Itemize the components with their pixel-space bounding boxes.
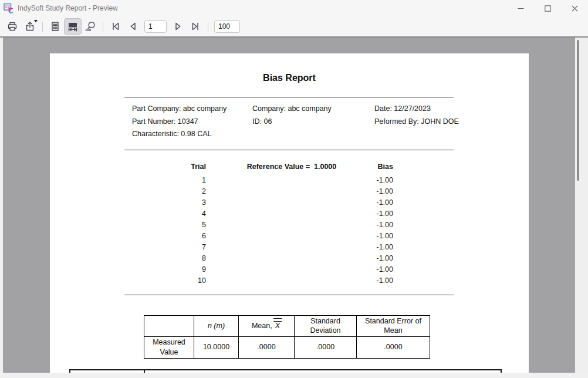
statistics-data-row: Measured Value 10.0000 .0000 .0000 .0000 xyxy=(144,336,430,358)
window-title: IndySoft Study Report - Preview xyxy=(18,4,118,12)
zoom-level-input[interactable] xyxy=(214,20,240,33)
trial-row: 10-1.00 xyxy=(50,275,529,286)
toolbar-separator xyxy=(42,22,43,32)
next-table-partial xyxy=(69,369,502,373)
statistics-table: n (m) Mean,X Standard Deviation Standard… xyxy=(144,315,430,359)
date-field: Date: 12/27/2023 xyxy=(374,103,459,116)
trial-column-header: Trial xyxy=(50,163,206,171)
trial-number: 1 xyxy=(50,175,206,186)
id-field: ID: 06 xyxy=(252,116,332,129)
bias-value: -1.00 xyxy=(296,264,393,275)
divider xyxy=(124,150,454,150)
trial-row: 6-1.00 xyxy=(50,231,529,242)
mean-header-cell: Mean,X xyxy=(239,316,295,337)
trial-row: 1-1.00 xyxy=(50,175,529,186)
empty-header-cell xyxy=(144,316,194,337)
measured-value-label-cell: Measured Value xyxy=(144,336,194,358)
bias-value: -1.00 xyxy=(296,197,393,208)
first-page-button[interactable] xyxy=(107,18,124,35)
toolbar: 100 xyxy=(0,16,588,36)
scrollbar-thumb[interactable] xyxy=(577,40,579,181)
previous-page-icon xyxy=(127,21,139,32)
document-viewport[interactable]: Bias Report Part Company: abc company Pa… xyxy=(3,38,575,373)
page-number-input[interactable] xyxy=(144,20,167,33)
preview-area: Bias Report Part Company: abc company Pa… xyxy=(0,36,588,378)
trial-row: 9-1.00 xyxy=(50,264,529,275)
first-page-icon xyxy=(110,21,121,32)
maximize-icon xyxy=(545,5,551,12)
trial-row: 4-1.00 xyxy=(50,208,529,220)
company-field: Company: abc company xyxy=(252,103,332,116)
page-width-button[interactable] xyxy=(64,18,82,35)
mean-label: Mean, xyxy=(252,322,272,330)
toolbar-separator xyxy=(208,22,208,32)
page-width-icon xyxy=(67,21,79,32)
divider xyxy=(124,295,454,295)
report-title: Bias Report xyxy=(50,73,529,83)
x-double-bar-symbol: X xyxy=(274,321,281,330)
bias-column-header: Bias xyxy=(296,163,393,171)
last-page-button[interactable] xyxy=(187,18,204,35)
whole-page-icon xyxy=(49,21,61,32)
print-icon xyxy=(6,21,18,32)
divider xyxy=(124,97,454,97)
trial-row: 7-1.00 xyxy=(50,242,529,253)
trial-rows: 1-1.00 2-1.00 3-1.00 4-1.00 5-1.00 6-1.0… xyxy=(50,175,529,286)
export-button[interactable] xyxy=(21,18,39,35)
bias-value: -1.00 xyxy=(296,175,393,186)
trial-number: 3 xyxy=(50,197,206,208)
statistics-header-row: n (m) Mean,X Standard Deviation Standard… xyxy=(144,316,430,337)
zoom-100-icon-label: 100 xyxy=(85,28,92,32)
trial-row: 5-1.00 xyxy=(50,220,529,231)
zoom-100-icon: 100 xyxy=(85,21,96,32)
trial-table-header: Trial Reference Value = 1.0000 Bias xyxy=(50,163,529,173)
report-info-column-1: Part Company: abc company Part Number: 1… xyxy=(132,103,227,141)
performed-by-field: Peformed By: JOHN DOE xyxy=(374,116,459,129)
std-error-header-cell: Standard Error of Mean xyxy=(357,316,430,337)
characteristic-field: Characteristic: 0.98 CAL xyxy=(132,128,227,141)
window-controls xyxy=(507,0,588,16)
report-page: Bias Report Part Company: abc company Pa… xyxy=(50,53,529,373)
trial-number: 7 xyxy=(50,242,206,253)
title-bar: IndySoft Study Report - Preview xyxy=(0,0,588,16)
bias-value: -1.00 xyxy=(296,275,393,286)
minimize-button[interactable] xyxy=(507,0,534,16)
next-table-divider xyxy=(144,370,145,373)
close-button[interactable] xyxy=(561,0,588,16)
report-info-column-2: Company: abc company ID: 06 xyxy=(252,103,332,128)
export-icon xyxy=(24,21,36,32)
maximize-button[interactable] xyxy=(534,0,561,16)
trial-number: 6 xyxy=(50,231,206,242)
bias-value: -1.00 xyxy=(296,208,393,220)
whole-page-button[interactable] xyxy=(46,18,64,35)
trial-row: 2-1.00 xyxy=(50,186,529,197)
part-company-field: Part Company: abc company xyxy=(132,103,227,116)
next-page-button[interactable] xyxy=(169,18,187,35)
report-info-column-3: Date: 12/27/2023 Peformed By: JOHN DOE xyxy=(374,103,459,128)
n-value-cell: 10.0000 xyxy=(194,336,239,358)
mean-value-cell: .0000 xyxy=(239,336,295,358)
trial-number: 9 xyxy=(50,264,206,275)
export-dropdown-icon[interactable] xyxy=(34,20,38,22)
bias-value: -1.00 xyxy=(296,231,393,242)
bias-value: -1.00 xyxy=(296,242,393,253)
close-icon xyxy=(572,5,578,12)
trial-row: 8-1.00 xyxy=(50,253,529,264)
app-icon xyxy=(4,3,14,14)
next-page-icon xyxy=(172,21,184,32)
zoom-100-button[interactable]: 100 xyxy=(82,18,99,35)
part-number-field: Part Number: 10347 xyxy=(132,116,227,129)
previous-page-button[interactable] xyxy=(124,18,142,35)
vertical-scrollbar[interactable] xyxy=(575,38,588,373)
trial-number: 10 xyxy=(50,275,206,286)
std-value-cell: .0000 xyxy=(295,336,357,358)
trial-number: 4 xyxy=(50,208,206,220)
print-button[interactable] xyxy=(4,18,21,35)
toolbar-separator xyxy=(103,22,103,32)
trial-number: 5 xyxy=(50,220,206,231)
minimize-icon xyxy=(518,5,524,12)
last-page-icon xyxy=(190,21,201,32)
std-deviation-header-cell: Standard Deviation xyxy=(295,316,357,337)
n-m-header-cell: n (m) xyxy=(194,316,239,337)
trial-number: 2 xyxy=(50,186,206,197)
